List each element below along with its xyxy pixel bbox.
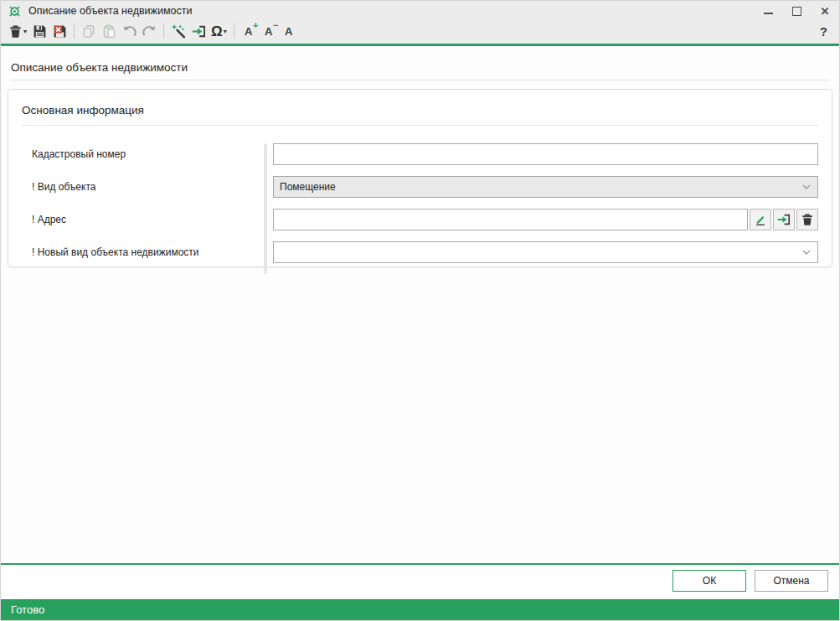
magic-wand-icon: [172, 24, 186, 39]
window-title: Описание объекта недвижимости: [28, 5, 192, 17]
maximize-button[interactable]: [782, 1, 811, 21]
redo-icon: [142, 24, 157, 39]
magic-wand-button[interactable]: [168, 22, 188, 41]
status-bar: Готово: [1, 599, 839, 620]
toolbar-separator: [74, 23, 75, 39]
ok-button[interactable]: ОК: [673, 570, 746, 592]
window-controls: ✕: [754, 1, 839, 21]
trash-icon: [801, 213, 814, 226]
new-object-kind-field-row: [273, 241, 818, 263]
form-column-divider: [264, 143, 267, 274]
copy-button[interactable]: [79, 22, 99, 41]
font-decrease-button[interactable]: A−: [259, 22, 279, 41]
toolbar-separator: [163, 23, 164, 39]
panel-title: Основная информация: [22, 104, 818, 116]
page-divider: [11, 80, 829, 80]
cadastral-number-field-row: [273, 143, 818, 165]
address-label: ! Адрес: [32, 214, 66, 225]
font-reset-button[interactable]: A: [279, 22, 299, 41]
copy-icon: [82, 24, 96, 39]
omega-dropdown-caret: ▾: [224, 28, 227, 35]
new-object-kind-label-row: ! Новый вид объекта недвижимости: [22, 241, 264, 263]
save-close-button[interactable]: [49, 22, 70, 41]
title-bar: Описание объекта недвижимости ✕: [1, 1, 839, 21]
toolbar: ▾: [1, 21, 839, 44]
delete-dropdown-caret: ▾: [23, 28, 27, 35]
chevron-down-icon: [802, 250, 811, 255]
omega-icon: Ω: [211, 24, 223, 39]
paste-button[interactable]: [99, 22, 119, 41]
cadastral-number-input[interactable]: [273, 143, 818, 165]
minimize-icon: [764, 13, 773, 14]
page-title: Описание объекта недвижимости: [11, 61, 829, 74]
address-field-row: [273, 209, 818, 230]
main-info-panel: Основная информация Кадастровый номер ! …: [8, 89, 832, 267]
address-delete-button[interactable]: [796, 209, 818, 230]
object-kind-label-row: ! Вид объекта: [22, 176, 264, 198]
object-kind-value: Помещение: [280, 181, 802, 193]
undo-button[interactable]: [119, 22, 139, 41]
address-label-row: ! Адрес: [22, 209, 264, 230]
toolbar-separator: [234, 23, 234, 39]
help-button[interactable]: ?: [813, 24, 834, 39]
new-object-kind-label: ! Новый вид объекта недвижимости: [32, 246, 199, 258]
save-error-icon: [53, 24, 67, 39]
object-kind-dropdown[interactable]: Помещение: [273, 176, 818, 198]
main-content: Описание объекта недвижимости Основная и…: [1, 46, 839, 563]
delete-button[interactable]: ▾: [6, 22, 29, 41]
import-icon: [192, 24, 206, 39]
close-icon: ✕: [821, 5, 830, 18]
maximize-icon: [792, 7, 801, 16]
footer-buttons: ОК Отмена: [1, 565, 839, 599]
save-icon: [33, 24, 47, 39]
geo-point-icon: [8, 4, 22, 18]
cancel-button[interactable]: Отмена: [755, 570, 828, 592]
font-increase-icon: A+: [245, 26, 252, 37]
chevron-down-icon: [802, 184, 811, 189]
save-button[interactable]: [29, 22, 49, 41]
import-button[interactable]: [188, 22, 209, 41]
form: Кадастровый номер ! Вид объекта ! Адрес …: [22, 143, 818, 274]
cadastral-number-label-row: Кадастровый номер: [22, 143, 264, 165]
new-object-kind-dropdown[interactable]: [273, 241, 818, 263]
omega-button[interactable]: Ω ▾: [209, 22, 229, 41]
object-kind-field-row: Помещение: [273, 176, 818, 198]
pick-from-list-icon: [777, 213, 791, 226]
edit-pencil-icon: [754, 213, 767, 226]
font-reset-icon: A: [285, 26, 292, 37]
panel-divider: [22, 125, 818, 126]
address-pick-button[interactable]: [773, 209, 795, 230]
close-button[interactable]: ✕: [811, 1, 839, 21]
cadastral-number-label: Кадастровый номер: [32, 148, 126, 160]
delete-icon: [8, 24, 23, 39]
address-edit-button[interactable]: [750, 209, 771, 230]
paste-icon: [102, 24, 116, 39]
app-window: Описание объекта недвижимости ✕ ▾: [0, 0, 840, 621]
minimize-button[interactable]: [754, 1, 782, 21]
undo-icon: [122, 24, 137, 39]
font-decrease-icon: A−: [265, 26, 272, 37]
redo-button[interactable]: [139, 22, 159, 41]
font-increase-button[interactable]: A+: [239, 22, 259, 41]
form-labels-column: Кадастровый номер ! Вид объекта ! Адрес …: [22, 143, 264, 274]
form-fields-column: Помещение: [273, 143, 818, 274]
object-kind-label: ! Вид объекта: [32, 181, 95, 193]
status-text: Готово: [11, 603, 44, 616]
address-input[interactable]: [273, 209, 748, 230]
